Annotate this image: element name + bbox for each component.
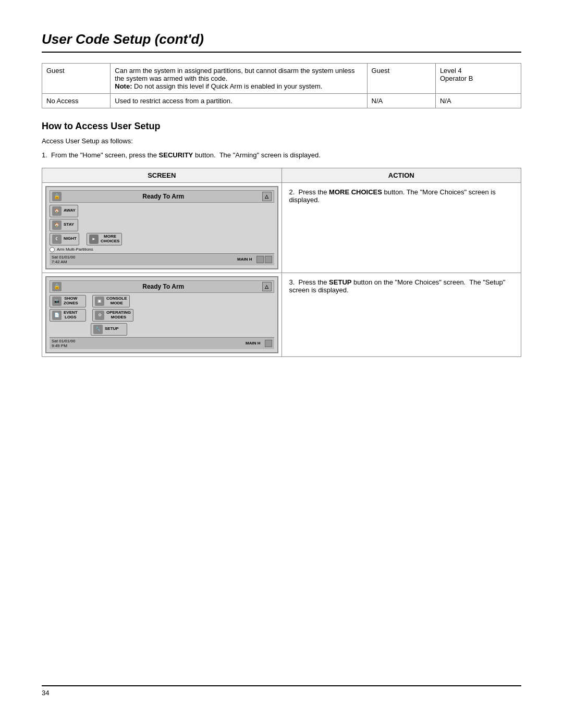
arm-multi-label: Arm Multi-Partitions [57,247,93,252]
instruction-text: 1. From the "Home" screen, press the SEC… [42,150,521,161]
circle-icon [50,247,55,252]
panel-btn-night: ☾ NIGHT [50,233,79,245]
stay-label: STAY [64,223,74,227]
section-heading: How to Access User Setup [42,121,521,132]
panel-btn-away: 🏠 AWAY [50,205,78,217]
arm-multi-partitions: Arm Multi-Partitions [50,247,274,252]
stay-icon: 🏠 [52,220,62,230]
panel-top-bar-1: 🔒 Ready To Arm △ [50,190,274,203]
away-icon: 🏠 [52,206,62,216]
panel-arrow-icon-2: △ [262,282,272,291]
screen-cell-1: 🔒 Ready To Arm △ 🏠 AWAY [42,182,282,273]
page-number: 34 [42,689,49,697]
panel-btn-stay: 🏠 STAY [50,219,78,231]
night-icon: ☾ [52,235,62,244]
table-row-1: 🔒 Ready To Arm △ 🏠 AWAY [42,182,521,273]
section-subtext: Access User Setup as follows: [42,137,521,145]
setup-icon: 🔧 [93,325,103,334]
table-row-noaccess: No Access Used to restrict access from a… [42,94,521,108]
cell-guest-desc: Can arm the system in assigned partition… [111,64,367,94]
cell-guest-col3: Guest [367,64,435,94]
console-mode-label: CONSOLEMODE [106,297,127,306]
panel-date-2: Sat 01/01/009:49 PM [52,339,246,348]
operating-modes-label: OPERATINGMODES [106,311,131,320]
panel-status-icon-3 [265,340,272,347]
panel-name-1: MAIN H [237,257,252,262]
more-choices-label: MORECHOICES [101,235,119,244]
table-row-2: 🔒 Ready To Arm △ 📷 SHOWZONES [42,273,521,356]
cell-noaccess-col4: N/A [435,94,521,108]
away-label: AWAY [64,208,76,213]
panel-lock-icon-2: 🔒 [52,282,62,291]
panel-status-icon-1 [256,256,264,263]
panel-btn-row-stay: 🏠 STAY [50,219,274,231]
operating-modes-icon: ⚙ [95,311,104,320]
bottom-line [42,685,521,686]
panel-btn-more-choices: ► MORECHOICES [87,233,122,245]
panel-ready-text-2: Ready To Arm [65,283,262,290]
panel-more-row-3: 🔧 SETUP [50,323,274,336]
night-label: NIGHT [64,237,77,241]
panel-btn-event-logs: 📄 EVENTLOGS [50,309,86,322]
screen-cell-2: 🔒 Ready To Arm △ 📷 SHOWZONES [42,273,282,356]
cell-guest-col4: Level 4Operator B [435,64,521,94]
event-logs-label: EVENTLOGS [64,311,78,320]
panel-btn-setup: 🔧 SETUP [91,323,127,336]
table-row-guest: Guest Can arm the system in assigned par… [42,64,521,94]
panel-btn-row-night: ☾ NIGHT ► MORECHOICES [50,233,274,245]
cell-noaccess-desc: Used to restrict access from a partition… [111,94,367,108]
panel-top-bar-2: 🔒 Ready To Arm △ [50,280,274,293]
more-choices-icon: ► [89,235,99,244]
panel-mockup-1: 🔒 Ready To Arm △ 🏠 AWAY [45,186,278,269]
cell-noaccess-col3: N/A [367,94,435,108]
panel-more-row-2: 📄 EVENTLOGS ⚙ OPERATINGMODES [50,309,274,322]
panel-name-2: MAIN H [246,341,260,346]
console-mode-icon: ▣ [95,297,104,306]
panel-bottom-bar-2: Sat 01/01/009:49 PM MAIN H [50,337,274,349]
panel-buttons-1: 🏠 AWAY 🏠 STAY [50,205,274,245]
panel-bottom-bar-1: Sat 01/01/007:42 AM MAIN H [50,253,274,265]
page-title: User Code Setup (cont'd) [42,31,521,53]
action-cell-1: 2. Press the MORE CHOICES button. The "M… [282,182,521,273]
panel-more-row-1: 📷 SHOWZONES ▣ CONSOLEMODE [50,295,274,307]
panel-ready-text-1: Ready To Arm [65,193,262,200]
col-screen-header: SCREEN [42,168,282,182]
user-levels-table: Guest Can arm the system in assigned par… [42,63,521,108]
panel-btn-operating-modes: ⚙ OPERATINGMODES [92,309,133,322]
panel-btn-console-mode: ▣ CONSOLEMODE [92,295,130,307]
cell-guest-name: Guest [42,64,111,94]
show-zones-icon: 📷 [52,297,62,306]
panel-btn-row-away: 🏠 AWAY [50,205,274,217]
action-cell-2: 3. Press the SETUP button on the "More C… [282,273,521,356]
panel-date-1: Sat 01/01/007:42 AM [52,255,237,264]
screen-action-table: SCREEN ACTION 🔒 Ready To Arm △ [42,168,521,357]
panel-btn-show-zones: 📷 SHOWZONES [50,295,86,307]
panel-lock-icon: 🔒 [52,192,62,201]
panel-mockup-2: 🔒 Ready To Arm △ 📷 SHOWZONES [45,276,278,353]
panel-status-icon-2 [265,256,272,263]
cell-noaccess-name: No Access [42,94,111,108]
show-zones-label: SHOWZONES [64,297,78,306]
setup-label: SETUP [105,327,119,331]
col-action-header: ACTION [282,168,521,182]
event-logs-icon: 📄 [52,311,62,320]
panel-arrow-icon-1: △ [262,192,272,201]
